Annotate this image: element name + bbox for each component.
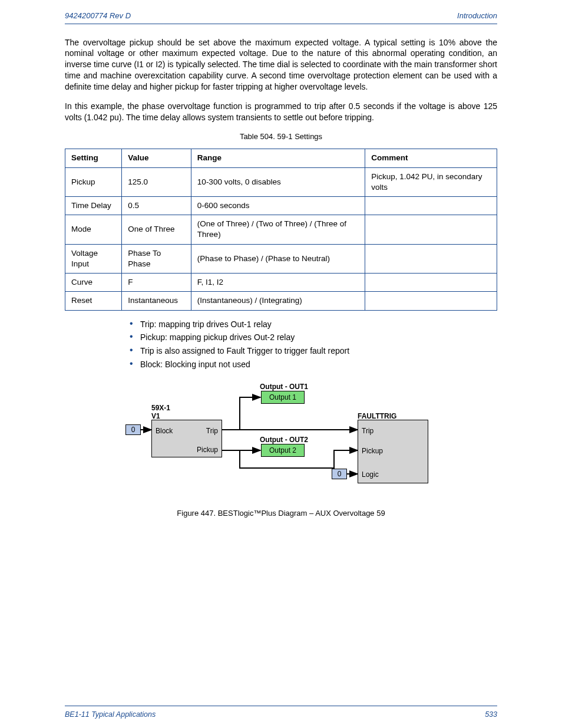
cell: 0.5	[122, 196, 191, 215]
header-right: Introduction	[457, 11, 497, 21]
th-comment: Comment	[365, 149, 497, 167]
cell: Voltage Input	[65, 244, 122, 273]
list-item: Trip is also assigned to Fault Trigger t…	[130, 345, 497, 357]
cell: Time Delay	[65, 196, 122, 215]
cell: Curve	[65, 274, 122, 292]
list-item: Pickup: mapping pickup drives Out-2 rela…	[130, 332, 497, 343]
label-output-out2: Output - OUT2	[260, 435, 308, 444]
block-output1: Output 1	[261, 391, 305, 404]
port-fault-pickup: Pickup	[362, 446, 383, 456]
block-output2: Output 2	[261, 444, 305, 457]
zero-input-logic: 0	[332, 469, 347, 479]
cell: 10-300 volts, 0 disables	[191, 167, 365, 196]
th-range: Range	[191, 149, 365, 167]
cell	[365, 274, 497, 292]
label-output-out1: Output - OUT1	[260, 382, 308, 391]
cell: One of Three	[122, 215, 191, 244]
paragraph-1: The overvoltage pickup should be set abo…	[65, 37, 497, 93]
paragraph-2: In this example, the phase overvoltage f…	[65, 101, 497, 123]
table-row: Time Delay 0.5 0-600 seconds	[65, 196, 497, 215]
table-row: Voltage Input Phase To Phase (Phase to P…	[65, 244, 497, 273]
cell: F, I1, I2	[191, 274, 365, 292]
settings-table: Setting Value Range Comment Pickup 125.0…	[65, 149, 497, 310]
cell	[365, 244, 497, 273]
th-setting: Setting	[65, 149, 122, 167]
logic-diagram: 0 0 59X-1 V1 Block Trip Pickup Output - …	[122, 380, 440, 503]
list-item: Block: Blocking input not used	[130, 359, 497, 370]
cell: F	[122, 274, 191, 292]
port-block: Block	[156, 426, 173, 436]
page-footer: BE1-11 Typical Applications 533	[65, 706, 497, 720]
port-pickup: Pickup	[197, 445, 218, 454]
figure-caption: Figure 447. BESTlogic™Plus Diagram – AUX…	[65, 508, 497, 519]
zero-input-block: 0	[125, 424, 141, 435]
block-faulttrig: Trip Pickup Logic	[358, 420, 428, 483]
cell: (Phase to Phase) / (Phase to Neutral)	[191, 244, 365, 273]
cell	[365, 292, 497, 310]
table-header-row: Setting Value Range Comment	[65, 149, 497, 167]
cell	[365, 215, 497, 244]
cell: (Instantaneous) / (Integrating)	[191, 292, 365, 310]
cell: 0-600 seconds	[191, 196, 365, 215]
footer-rule	[65, 706, 497, 706]
footer-right: 533	[485, 710, 497, 720]
page: 9424200774 Rev D Introduction The overvo…	[0, 0, 562, 728]
list-item: Trip: mapping trip drives Out-1 relay	[130, 319, 497, 330]
port-fault-logic: Logic	[362, 470, 379, 479]
port-fault-trip: Trip	[362, 426, 373, 436]
cell	[365, 196, 497, 215]
header-left: 9424200774 Rev D	[65, 11, 131, 21]
footer-row: BE1-11 Typical Applications 533	[65, 710, 497, 720]
page-header: 9424200774 Rev D Introduction	[65, 11, 497, 21]
cell: Pickup, 1.042 PU, in secondary volts	[365, 167, 497, 196]
table-caption: Table 504. 59-1 Settings	[65, 131, 497, 142]
block-59x1: Block Trip Pickup	[151, 420, 222, 457]
port-trip: Trip	[206, 426, 218, 436]
footer-left: BE1-11 Typical Applications	[65, 710, 156, 720]
table-row: Pickup 125.0 10-300 volts, 0 disables Pi…	[65, 167, 497, 196]
th-value: Value	[122, 149, 191, 167]
cell: Reset	[65, 292, 122, 310]
content-area: 9424200774 Rev D Introduction The overvo…	[0, 0, 562, 519]
header-rule	[65, 24, 497, 24]
bullet-list: Trip: mapping trip drives Out-1 relay Pi…	[65, 319, 497, 371]
table-row: Mode One of Three (One of Three) / (Two …	[65, 215, 497, 244]
table-row: Curve F F, I1, I2	[65, 274, 497, 292]
cell: Mode	[65, 215, 122, 244]
cell: Instantaneous	[122, 292, 191, 310]
cell: 125.0	[122, 167, 191, 196]
cell: Pickup	[65, 167, 122, 196]
cell: (One of Three) / (Two of Three) / (Three…	[191, 215, 365, 244]
table-row: Reset Instantaneous (Instantaneous) / (I…	[65, 292, 497, 310]
cell: Phase To Phase	[122, 244, 191, 273]
